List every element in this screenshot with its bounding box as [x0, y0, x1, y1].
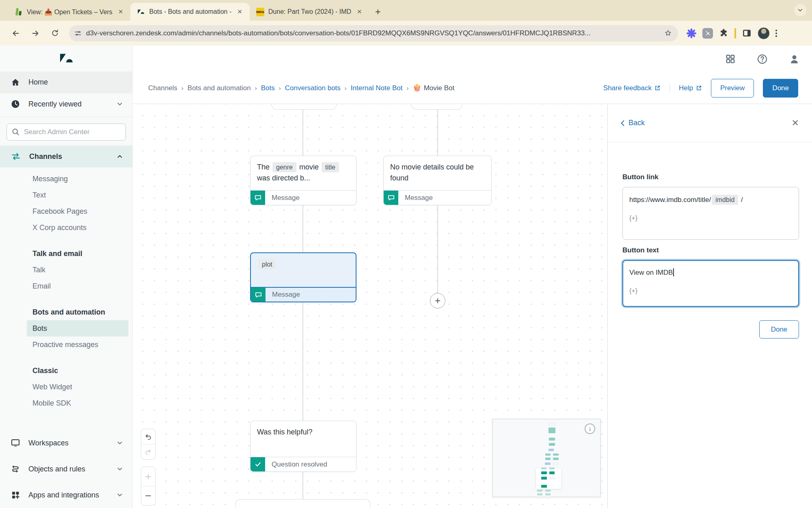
- sidebar-item-messaging[interactable]: Messaging: [0, 171, 128, 187]
- minimap-node: [549, 467, 555, 469]
- minimap-node: [545, 458, 551, 460]
- crumb-internal-note-bot[interactable]: Internal Note Bot: [351, 84, 403, 92]
- crumb-channels[interactable]: Channels: [148, 84, 177, 92]
- crumb-bots-and-automation[interactable]: Bots and automation: [188, 84, 251, 92]
- sidebar-item-web-widget[interactable]: Web Widget: [0, 379, 128, 395]
- tab-close-icon[interactable]: ✕: [117, 7, 125, 16]
- flow-node-partial-top[interactable]: [411, 104, 462, 110]
- side-panel-icon[interactable]: [742, 28, 752, 38]
- minimap-node: [549, 438, 555, 441]
- button-text-field[interactable]: View on IMDB {+}: [622, 260, 799, 307]
- zoom-out-button[interactable]: [141, 486, 155, 505]
- sidebar-item-x-corp-accounts[interactable]: X Corp accounts: [0, 219, 128, 236]
- minimap-node: [541, 477, 547, 480]
- sidebar-item-apps-and-integrations[interactable]: Apps and integrations: [0, 482, 132, 508]
- address-bar[interactable]: d3v-verschoren.zendesk.com/admin/channel…: [69, 25, 678, 41]
- sidebar-item-objects-and-rules[interactable]: Objects and rules: [0, 456, 132, 482]
- user-profile-icon[interactable]: [789, 54, 800, 65]
- help-icon[interactable]: [757, 54, 768, 65]
- url-text[interactable]: d3v-verschoren.zendesk.com/admin/channel…: [86, 29, 660, 37]
- site-settings-icon[interactable]: [74, 29, 82, 37]
- sidebar-item-text[interactable]: Text: [0, 187, 128, 203]
- browser-toolbar: d3v-verschoren.zendesk.com/admin/channel…: [0, 21, 812, 46]
- flow-minimap[interactable]: i: [492, 419, 601, 497]
- flow-connector: [437, 205, 438, 293]
- flow-connector: [302, 472, 303, 499]
- sidebar-item-mobile-sdk[interactable]: Mobile SDK: [0, 395, 128, 411]
- minimap-node: [541, 485, 547, 488]
- zoom-in-button[interactable]: [141, 467, 155, 486]
- products-grid-icon[interactable]: [725, 54, 736, 64]
- zendesk-view-favicon: [15, 8, 23, 16]
- reload-button[interactable]: [46, 25, 63, 42]
- tab-imdb-dune[interactable]: IMDb Dune: Part Two (2024) - IMD ✕: [250, 3, 369, 21]
- browser-menu-icon[interactable]: [775, 30, 777, 37]
- insert-variable-button[interactable]: {+}: [629, 286, 792, 295]
- add-step-button[interactable]: +: [430, 293, 445, 308]
- sidebar-item-email[interactable]: Email: [0, 278, 128, 294]
- loom-extension-icon[interactable]: [686, 28, 697, 39]
- flow-node-plot-selected[interactable]: plot Message: [250, 252, 356, 302]
- back-button[interactable]: [7, 25, 24, 42]
- minimap-node: [537, 490, 542, 492]
- redo-button[interactable]: [141, 444, 155, 459]
- browser-profile-avatar[interactable]: [758, 27, 770, 39]
- admin-topbar: [133, 46, 812, 72]
- crumb-conversation-bots[interactable]: Conversation bots: [285, 84, 341, 92]
- tab-title: Bots - Bots and automation -: [149, 8, 231, 15]
- bot-flow-canvas[interactable]: The genre movie title was directed b... …: [133, 104, 607, 508]
- back-link[interactable]: Back: [620, 119, 645, 127]
- info-icon[interactable]: i: [585, 423, 595, 434]
- search-input[interactable]: [6, 124, 126, 141]
- bookmark-star-icon[interactable]: [664, 29, 672, 37]
- flow-node-no-details[interactable]: No movie details could be found Message: [383, 156, 492, 205]
- minimap-viewport[interactable]: [536, 469, 561, 489]
- step-type-label: Question resolved: [265, 460, 327, 469]
- share-feedback-link[interactable]: Share feedback: [603, 84, 661, 92]
- sidebar-item-facebook-pages[interactable]: Facebook Pages: [0, 203, 128, 219]
- crumb-bots[interactable]: Bots: [261, 84, 275, 92]
- minimap-node: [549, 423, 555, 425]
- sidebar-item-workspaces[interactable]: Workspaces: [0, 430, 132, 456]
- flow-node-partial-bottom[interactable]: [235, 499, 370, 508]
- node-body-text: No movie details could be found: [384, 156, 491, 190]
- extensions-puzzle-icon[interactable]: [719, 28, 729, 38]
- imdb-favicon: IMDb: [256, 8, 264, 16]
- close-panel-icon[interactable]: ✕: [792, 118, 799, 128]
- sidebar-item-bots[interactable]: Bots: [27, 320, 128, 336]
- tab-bots-automation[interactable]: Bots - Bots and automation - ✕: [130, 3, 249, 21]
- preview-button[interactable]: Preview: [711, 79, 754, 98]
- channels-submenu: MessagingTextFacebook PagesX Corp accoun…: [0, 167, 132, 413]
- minimap-node: [537, 493, 542, 495]
- chevron-up-icon: [116, 153, 123, 160]
- button-text-label: Button text: [622, 246, 799, 254]
- sidebar-item-talk[interactable]: Talk: [0, 262, 128, 278]
- minimap-node: [549, 471, 555, 474]
- done-button[interactable]: Done: [763, 79, 798, 98]
- step-type-label: Message: [266, 291, 300, 299]
- sidebar-item-channels[interactable]: Channels: [0, 145, 132, 167]
- editor-disabled-extension-icon[interactable]: [702, 28, 713, 39]
- minimap-node: [537, 497, 542, 498]
- flow-node-message-directed-by[interactable]: The genre movie title was directed b... …: [250, 156, 356, 205]
- insert-variable-button[interactable]: {+}: [629, 213, 792, 223]
- tab-search-chevron-icon[interactable]: [794, 4, 806, 16]
- panel-done-button[interactable]: Done: [759, 320, 799, 339]
- forward-button[interactable]: [27, 25, 44, 42]
- undo-button[interactable]: [141, 429, 155, 444]
- new-tab-button[interactable]: +: [375, 6, 381, 17]
- help-link[interactable]: Help: [679, 84, 702, 92]
- apps-grid-icon: [11, 490, 20, 500]
- variable-chip: title: [322, 162, 339, 172]
- tab-close-icon[interactable]: ✕: [355, 7, 364, 16]
- flow-node-was-this-helpful[interactable]: Was this helpful? Question resolved: [250, 421, 356, 472]
- channels-arrows-icon: [11, 151, 21, 162]
- sidebar-item-home[interactable]: Home: [0, 72, 132, 93]
- sidebar-item-proactive-messages[interactable]: Proactive messages: [0, 336, 128, 353]
- tab-close-icon[interactable]: ✕: [235, 7, 244, 16]
- message-step-icon: [384, 191, 398, 205]
- tab-open-tickets[interactable]: View: 📥 Open Tickets – Vers ✕: [8, 3, 130, 21]
- flow-node-partial-top[interactable]: [271, 104, 337, 110]
- sidebar-item-recently-viewed[interactable]: Recently viewed: [0, 93, 132, 115]
- button-link-field[interactable]: https://www.imdb.com/title/imdbid / {+}: [622, 187, 799, 240]
